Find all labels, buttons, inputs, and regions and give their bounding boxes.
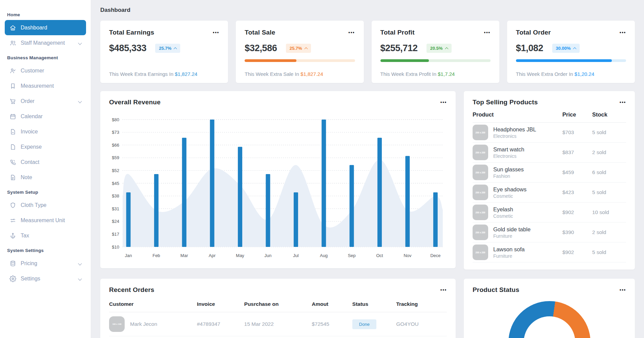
product-category: Fashion (493, 173, 524, 179)
product-category: Cosmetic (493, 193, 526, 199)
percent-change-badge: 20.5% (427, 44, 452, 53)
svg-text:Feb: Feb (152, 253, 160, 258)
svg-text:$80: $80 (112, 117, 119, 122)
sidebar-item-note[interactable]: Note (5, 170, 86, 185)
calendar-icon (9, 113, 16, 120)
sidebar-item-cloth-type[interactable]: Cloth Type (5, 197, 86, 213)
sidebar-item-order[interactable]: Order (5, 93, 86, 109)
sidebar-section-label-home: Home (0, 12, 91, 17)
sidebar-item-label: Note (21, 174, 32, 181)
stat-card-title: Total Order (516, 29, 551, 36)
sidebar-item-contact[interactable]: Contact (5, 154, 86, 170)
more-options-icon[interactable]: ••• (620, 30, 626, 35)
svg-text:Jun: Jun (265, 253, 272, 258)
product-stock: 6 sold (592, 169, 626, 175)
product-status-donut-chart (508, 301, 590, 338)
order-row-partial-1[interactable]: 100 x 100 (109, 336, 447, 338)
more-options-icon[interactable]: ••• (440, 100, 447, 105)
orders-table-header: CustomerInvoicePusrchase onAmoutStatusTr… (109, 297, 447, 312)
sidebar-item-label: Contact (21, 159, 39, 165)
more-options-icon[interactable]: ••• (620, 288, 626, 292)
sidebar-item-expense[interactable]: Expense (5, 139, 86, 154)
product-row-lawson-sofa[interactable]: 200 x 200 Lawson sofa Furniture $902 5 s… (473, 242, 626, 262)
sidebar-item-pricing[interactable]: Pricing (5, 256, 86, 271)
product-image-placeholder: 200 x 200 (473, 165, 488, 180)
more-options-icon[interactable]: ••• (484, 30, 491, 35)
revenue-bar-chart: $80$73$66$59$52$45$38$31$24$17$10JanFebM… (109, 107, 447, 260)
column-header-price: Price (562, 111, 592, 118)
product-stock: 10 sold (592, 209, 626, 215)
product-row-sun-glasses[interactable]: 200 x 200 Sun glasses Fashion $459 6 sol… (473, 163, 626, 183)
note-icon (9, 174, 16, 181)
stat-card-title: Total Profit (380, 29, 415, 36)
product-category: Electronics (493, 153, 524, 159)
sidebar-item-label: Invoice (21, 129, 38, 135)
product-price: $902 (562, 209, 592, 215)
sidebar-item-tax[interactable]: Tax (5, 228, 86, 243)
sidebar-item-calendar[interactable]: Calendar (5, 109, 86, 124)
product-row-eyelash[interactable]: 200 x 200 Eyelash Cosmetic $902 10 sold (473, 203, 626, 223)
svg-text:$24: $24 (112, 219, 119, 224)
svg-text:May: May (236, 253, 244, 258)
product-row-headphones-jbl[interactable]: 200 x 200 Headphones JBL Electronics $70… (473, 123, 626, 143)
sidebar-item-customer[interactable]: Customer (5, 63, 86, 78)
top-selling-products-title: Top Selling Products (473, 99, 538, 106)
sidebar-item-measurement[interactable]: Measurement (5, 78, 86, 93)
product-row-smart-watch[interactable]: 200 x 200 Smart watch Electronics $837 2… (473, 143, 626, 163)
sidebar-item-staff-management[interactable]: Staff Management (5, 35, 86, 50)
invoice-icon (9, 128, 16, 135)
stat-footer-amount: $1,827.24 (175, 71, 198, 77)
stat-footer-amount: $1,7.24 (438, 71, 455, 77)
main-content: Dashboard Total Earnings ••• $485,333 25… (91, 0, 644, 338)
stat-progress-bar (380, 59, 491, 62)
sidebar-item-invoice[interactable]: Invoice (5, 124, 86, 139)
sidebar-item-dashboard[interactable]: Dashboard (5, 20, 86, 35)
stat-card-title: Total Sale (245, 29, 275, 36)
more-options-icon[interactable]: ••• (348, 30, 355, 35)
more-options-icon[interactable]: ••• (440, 288, 447, 292)
product-status-title: Product Status (473, 286, 519, 294)
svg-text:Apr: Apr (209, 253, 216, 258)
chevron-down-icon (78, 261, 82, 265)
product-category: Furniture (493, 253, 525, 259)
svg-text:$66: $66 (112, 143, 119, 148)
column-header-invoice: Invoice (197, 301, 244, 307)
svg-text:$52: $52 (112, 168, 119, 173)
product-row-eye-shadows[interactable]: 200 x 200 Eye shadows Cosmetic $423 5 so… (473, 183, 626, 203)
sidebar-item-settings[interactable]: Settings (5, 271, 86, 286)
product-stock: 5 sold (592, 129, 626, 135)
order-row-mark-jecon[interactable]: 100 x 100 Mark Jecon #4789347 15 Mar 202… (109, 312, 447, 336)
product-row-gold-side-table[interactable]: 200 x 200 Gold side table Furniture $390… (473, 223, 626, 242)
stat-progress-bar (516, 59, 626, 62)
cloth-type-icon (9, 202, 16, 209)
sidebar-item-label: Calendar (21, 113, 43, 120)
donut-hole (524, 316, 575, 338)
order-invoice: #4789347 (197, 321, 244, 327)
column-header-pusrchase-on: Pusrchase on (244, 301, 312, 307)
svg-text:Oct: Oct (376, 253, 383, 258)
orders-table: CustomerInvoicePusrchase onAmoutStatusTr… (109, 297, 447, 338)
column-header-customer: Customer (109, 301, 197, 307)
product-stock: 2 sold (592, 229, 626, 235)
sidebar-item-label: Customer (21, 68, 44, 74)
product-price: $902 (562, 249, 592, 255)
percent-change-badge: 25.7% (155, 44, 180, 53)
sidebar-item-label: Pricing (21, 260, 37, 267)
product-name: Gold side table (493, 226, 531, 233)
more-options-icon[interactable]: ••• (620, 100, 626, 105)
product-name: Smart watch (493, 146, 524, 153)
sidebar-section-label-system-setup: System Setup (0, 190, 91, 195)
product-name: Eye shadows (493, 186, 526, 193)
chevron-up-icon (445, 47, 448, 51)
product-image-placeholder: 200 x 200 (473, 205, 488, 220)
product-price: $390 (562, 229, 592, 235)
sidebar-item-measurement-unit[interactable]: Measurement Unit (5, 213, 86, 228)
measurement-unit-icon (9, 217, 16, 224)
svg-text:$10: $10 (112, 245, 119, 250)
recent-orders-card: Recent Orders ••• CustomerInvoicePusrcha… (100, 279, 456, 338)
more-options-icon[interactable]: ••• (213, 30, 219, 35)
customer-avatar-placeholder: 100 x 100 (109, 316, 125, 332)
stats-row: Total Earnings ••• $485,333 25.7% This W… (100, 21, 635, 83)
settings-icon (9, 275, 16, 282)
product-stock: 2 sold (592, 149, 626, 155)
